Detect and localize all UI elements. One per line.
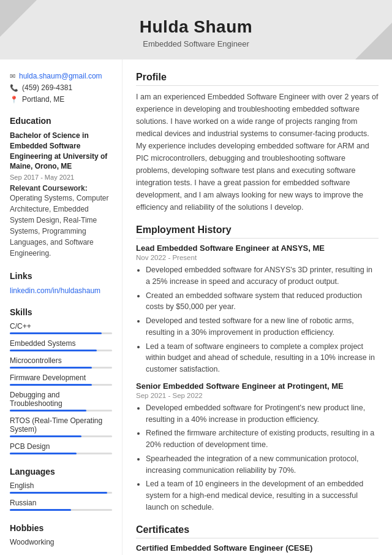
hobbies-list: Woodworking bbox=[10, 538, 112, 546]
language-bar-bg bbox=[10, 509, 112, 511]
coursework-text: Operating Systems, Computer Architecture… bbox=[10, 193, 112, 259]
jobs-list: Lead Embedded Software Engineer at ANSYS… bbox=[136, 243, 379, 513]
job-bullet: Spearheaded the integration of a new com… bbox=[146, 453, 379, 477]
cert-name: Certified Embedded Software Engineer (CE… bbox=[136, 543, 379, 553]
resume-header: Hulda Shaum Embedded Software Engineer bbox=[0, 0, 392, 59]
job-date: Sep 2021 - Sep 2022 bbox=[136, 392, 379, 399]
language-bar-fill bbox=[10, 509, 71, 511]
language-name: Russian bbox=[10, 499, 112, 507]
skill-bar-fill bbox=[10, 435, 81, 437]
skill-name: Debugging and Troubleshooting bbox=[10, 391, 112, 408]
phone-item: 📞 (459) 269-4381 bbox=[10, 83, 112, 92]
candidate-title: Embedded Software Engineer bbox=[12, 39, 380, 48]
skill-bar-bg bbox=[10, 332, 112, 334]
skill-name: Embedded Systems bbox=[10, 339, 112, 348]
linkedin-item: linkedin.com/in/huldashaum bbox=[10, 286, 112, 295]
skill-item: Embedded Systems bbox=[10, 339, 112, 351]
language-item: English bbox=[10, 481, 112, 494]
education-section: Education Bachelor of Science in Embedde… bbox=[10, 116, 112, 259]
contact-section: ✉ hulda.shaum@gmail.com 📞 (459) 269-4381… bbox=[10, 72, 112, 104]
location-item: 📍 Portland, ME bbox=[10, 95, 112, 104]
skills-title: Skills bbox=[10, 307, 112, 317]
skill-item: C/C++ bbox=[10, 322, 112, 334]
job-bullet: Developed embedded software for Protinge… bbox=[146, 402, 379, 426]
job-bullets: Developed embedded software for ANSYS's … bbox=[136, 264, 379, 375]
language-name: English bbox=[10, 481, 112, 490]
cert-item: Certified Embedded Software Engineer (CE… bbox=[136, 543, 379, 556]
hobbies-title: Hobbies bbox=[10, 523, 112, 533]
language-bar-bg bbox=[10, 492, 112, 494]
skill-name: PCB Design bbox=[10, 442, 112, 451]
job-bullet: Developed embedded software for ANSYS's … bbox=[146, 264, 379, 288]
skill-bar-bg bbox=[10, 410, 112, 411]
coursework-label: Relevant Coursework: bbox=[10, 184, 112, 193]
skill-name: RTOS (Real-Time Operating System) bbox=[10, 416, 112, 434]
email-icon: ✉ bbox=[10, 72, 15, 80]
skill-name: Firmware Development bbox=[10, 373, 112, 382]
sidebar: ✉ hulda.shaum@gmail.com 📞 (459) 269-4381… bbox=[0, 59, 123, 555]
skill-item: PCB Design bbox=[10, 442, 112, 454]
job-bullet: Created an embedded software system that… bbox=[146, 290, 379, 313]
skill-bar-bg bbox=[10, 367, 112, 369]
skill-bar-bg bbox=[10, 384, 112, 386]
phone-value: (459) 269-4381 bbox=[22, 83, 72, 92]
hobby-item: Woodworking bbox=[10, 538, 112, 546]
job-title: Senior Embedded Software Engineer at Pro… bbox=[136, 381, 379, 391]
languages-section: Languages English Russian bbox=[10, 467, 112, 511]
skill-bar-fill bbox=[10, 350, 97, 351]
education-degree: Bachelor of Science in Embedded Software… bbox=[10, 131, 112, 172]
hobbies-section: Hobbies Woodworking bbox=[10, 523, 112, 546]
skills-section: Skills C/C++ Embedded Systems Microcontr… bbox=[10, 307, 112, 454]
education-date: Sep 2017 - May 2021 bbox=[10, 174, 112, 181]
skill-item: Debugging and Troubleshooting bbox=[10, 391, 112, 411]
profile-text: I am an experienced Embedded Software En… bbox=[136, 91, 379, 213]
job-bullets: Developed embedded software for Protinge… bbox=[136, 402, 379, 513]
language-bar-fill bbox=[10, 492, 107, 494]
location-value: Portland, ME bbox=[22, 95, 64, 104]
email-item: ✉ hulda.shaum@gmail.com bbox=[10, 72, 112, 80]
certificates-section: Certificates Certified Embedded Software… bbox=[136, 524, 379, 556]
email-link[interactable]: hulda.shaum@gmail.com bbox=[19, 72, 102, 80]
body-layout: ✉ hulda.shaum@gmail.com 📞 (459) 269-4381… bbox=[0, 59, 392, 555]
employment-section-title: Employment History bbox=[136, 224, 379, 239]
skill-bar-fill bbox=[10, 384, 92, 386]
job-date: Nov 2022 - Present bbox=[136, 254, 379, 261]
skill-item: Firmware Development bbox=[10, 373, 112, 386]
skill-bar-bg bbox=[10, 435, 112, 437]
skill-item: RTOS (Real-Time Operating System) bbox=[10, 416, 112, 437]
skill-bar-fill bbox=[10, 453, 77, 454]
skill-bar-bg bbox=[10, 350, 112, 351]
location-icon: 📍 bbox=[10, 96, 18, 104]
job-item: Lead Embedded Software Engineer at ANSYS… bbox=[136, 243, 379, 375]
phone-icon: 📞 bbox=[10, 84, 18, 92]
skills-list: C/C++ Embedded Systems Microcontrollers … bbox=[10, 322, 112, 454]
skill-item: Microcontrollers bbox=[10, 356, 112, 369]
main-content: Profile I am an experienced Embedded Sof… bbox=[123, 59, 392, 555]
skill-bar-fill bbox=[10, 332, 102, 334]
job-bullet: Refined the firmware architecture of exi… bbox=[146, 427, 379, 451]
skill-name: Microcontrollers bbox=[10, 356, 112, 365]
skill-name: C/C++ bbox=[10, 322, 112, 331]
certificates-section-title: Certificates bbox=[136, 524, 379, 538]
skill-bar-fill bbox=[10, 410, 86, 411]
language-item: Russian bbox=[10, 499, 112, 511]
links-title: Links bbox=[10, 271, 112, 281]
linkedin-link[interactable]: linkedin.com/in/huldashaum bbox=[10, 286, 100, 295]
skill-bar-bg bbox=[10, 453, 112, 454]
job-bullet: Led a team of 10 engineers in the develo… bbox=[146, 478, 379, 513]
languages-list: English Russian bbox=[10, 481, 112, 511]
job-bullet: Developed and tested software for a new … bbox=[146, 315, 379, 339]
certs-list: Certified Embedded Software Engineer (CE… bbox=[136, 543, 379, 556]
education-title: Education bbox=[10, 116, 112, 126]
profile-section: Profile I am an experienced Embedded Sof… bbox=[136, 72, 379, 213]
job-title: Lead Embedded Software Engineer at ANSYS… bbox=[136, 243, 379, 253]
skill-bar-fill bbox=[10, 367, 92, 369]
job-item: Senior Embedded Software Engineer at Pro… bbox=[136, 381, 379, 513]
languages-title: Languages bbox=[10, 467, 112, 477]
candidate-name: Hulda Shaum bbox=[12, 17, 380, 37]
job-bullet: Led a team of software engineers to comp… bbox=[146, 341, 379, 375]
employment-section: Employment History Lead Embedded Softwar… bbox=[136, 224, 379, 513]
profile-section-title: Profile bbox=[136, 72, 379, 86]
links-section: Links linkedin.com/in/huldashaum bbox=[10, 271, 112, 295]
